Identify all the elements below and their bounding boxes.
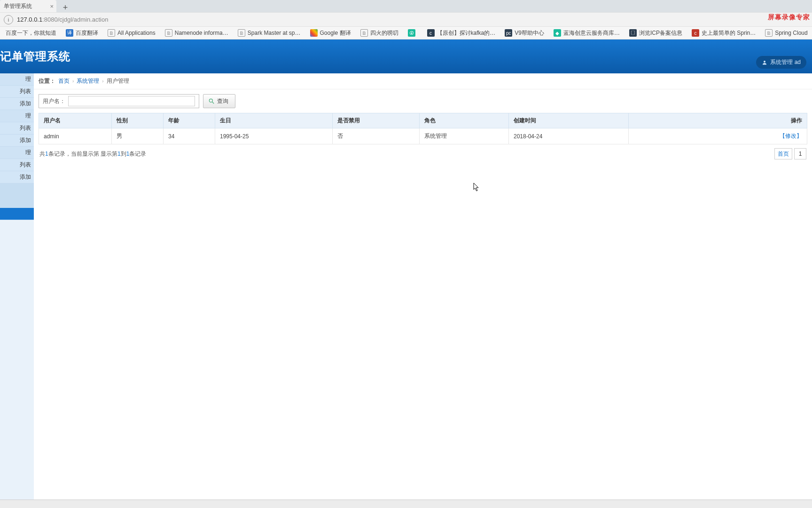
bookmark-favicon-icon: 🗎 (165, 29, 172, 37)
bookmark-item[interactable]: 🗎Spring Cloud (761, 28, 811, 38)
col-birthday: 生日 (215, 113, 333, 128)
bookmark-favicon-icon: 译 (66, 29, 73, 37)
bookmark-label: Spark Master at sp… (248, 30, 301, 36)
username-input[interactable] (68, 96, 195, 106)
breadcrumb-home[interactable]: 首页 (58, 77, 70, 85)
close-icon[interactable]: × (50, 3, 54, 10)
svg-line-2 (212, 102, 214, 104)
browser-tab[interactable]: 单管理系统 × (0, 0, 56, 12)
cell-disabled: 否 (333, 128, 420, 144)
new-tab-button[interactable]: + (59, 3, 71, 12)
sidebar-item[interactable]: 列表 (0, 86, 34, 98)
cell-role: 系统管理 (420, 128, 509, 144)
bookmark-label: 浏览ICP备案信息 (639, 29, 682, 37)
chevron-right-icon: › (102, 79, 103, 84)
cell-gender: 男 (112, 128, 164, 144)
sidebar-item[interactable]: 列表 (0, 159, 34, 171)
user-icon (762, 60, 767, 65)
username-label: 用户名： (43, 97, 65, 105)
col-gender: 性别 (112, 113, 164, 128)
col-username: 用户名 (39, 113, 112, 128)
breadcrumb-prefix: 位置： (39, 77, 55, 85)
url-host: 127.0.0.1 (17, 16, 42, 23)
sidebar: 理列表添加理列表添加理列表添加 (0, 73, 34, 500)
bookmark-item[interactable]: 〔〕浏览ICP备案信息 (625, 28, 686, 39)
bookmark-label: All Applications (117, 30, 156, 36)
bookmark-bar: 百度一下，你就知道译百度翻译🗎All Applications🗎Namenode… (0, 26, 812, 40)
col-role: 角色 (420, 113, 509, 128)
table-row: admin 男 34 1995-04-25 否 系统管理 2018-04-24 … (39, 128, 807, 144)
bookmark-item[interactable]: 🗎四火的唠叨 (357, 28, 402, 39)
user-menu[interactable]: 系统管理 ad (756, 56, 806, 69)
bookmark-item[interactable]: 译百度翻译 (62, 28, 102, 39)
bookmark-label: 史上最简单的 Sprin… (702, 29, 756, 37)
breadcrumb-section[interactable]: 系统管理 (77, 77, 99, 85)
bookmark-favicon-icon: ⦿ (408, 29, 415, 37)
bookmark-favicon-icon: ◆ (554, 29, 561, 37)
bookmark-item[interactable]: 🗎Spark Master at sp… (234, 28, 304, 38)
search-button[interactable]: 查询 (203, 94, 235, 108)
bookmark-favicon-icon: 🗎 (765, 29, 773, 37)
bookmark-item[interactable]: ⦿ (404, 28, 422, 38)
sidebar-group-head[interactable]: 理 (0, 110, 34, 122)
bookmark-favicon-icon: 〔〕 (629, 29, 637, 37)
site-info-icon[interactable]: i (4, 15, 13, 24)
sidebar-item[interactable]: 添加 (0, 135, 34, 147)
bookmark-favicon-icon: c (692, 29, 699, 37)
bookmark-favicon-icon (310, 29, 318, 37)
user-label: 系统管理 ad (770, 58, 801, 66)
cell-created: 2018-04-24 (509, 128, 629, 144)
bookmark-item[interactable]: c史上最简单的 Sprin… (688, 28, 759, 39)
sidebar-group-head[interactable]: 理 (0, 73, 34, 86)
sidebar-spacer (0, 196, 34, 208)
bookmark-label: Google 翻译 (320, 29, 351, 37)
sidebar-spacer (0, 183, 34, 196)
bookmark-item[interactable]: c【原创】探讨kafka的… (423, 28, 500, 39)
bookmark-item[interactable]: 🗎All Applications (104, 28, 159, 38)
screen-recorder-watermark: 屏幕录像专家 (768, 13, 810, 22)
search-icon (208, 98, 215, 104)
bookmark-item[interactable]: ◆蓝海创意云服务商库… (550, 28, 624, 39)
breadcrumb: 位置： 首页 › 系统管理 › 用户管理 (34, 73, 812, 89)
svg-point-1 (209, 99, 212, 102)
sidebar-group-head[interactable]: 理 (0, 147, 34, 159)
bookmark-item[interactable]: pcV9帮助中心 (501, 28, 548, 39)
pager-first[interactable]: 首页 (774, 148, 792, 159)
col-operation: 操作 (629, 113, 807, 128)
bookmark-label: 蓝海创意云服务商库… (563, 29, 620, 37)
bookmark-favicon-icon: pc (505, 29, 512, 37)
bookmark-item[interactable]: 🗎Namenode informa… (161, 28, 232, 38)
bookmark-label: Namenode informa… (175, 30, 228, 36)
bookmark-label: Spring Cloud (775, 30, 807, 36)
breadcrumb-current: 用户管理 (107, 77, 129, 85)
taskbar-strip (0, 500, 812, 508)
edit-link[interactable]: 【修改】 (780, 133, 802, 139)
url-text[interactable]: 127.0.0.1:8080/cjdgl/admin.action (17, 16, 108, 23)
col-created: 创建时间 (509, 113, 629, 128)
browser-tab-bar: 单管理系统 × + (0, 0, 812, 12)
col-disabled: 是否禁用 (333, 113, 420, 128)
main-content: 位置： 首页 › 系统管理 › 用户管理 用户名： 查询 用户名 (34, 73, 812, 500)
bookmark-item[interactable]: 百度一下，你就知道 (2, 28, 60, 39)
cell-birthday: 1995-04-25 (215, 128, 333, 144)
bookmark-label: 四火的唠叨 (370, 29, 398, 37)
sidebar-item[interactable]: 添加 (0, 171, 34, 183)
cell-username: admin (39, 128, 112, 144)
bookmark-item[interactable]: Google 翻译 (306, 28, 355, 39)
pager-page-1[interactable]: 1 (794, 148, 806, 159)
table-footer: 共1条记录，当前显示第 显示第1到1条记录 首页 1 (34, 144, 812, 163)
svg-point-0 (764, 61, 765, 63)
sidebar-item[interactable]: 添加 (0, 98, 34, 110)
search-box: 用户名： (39, 94, 199, 108)
app-header: 记单管理系统 系统管理 ad (0, 40, 812, 73)
bookmark-favicon-icon: c (427, 29, 435, 37)
sidebar-item-active[interactable] (0, 208, 34, 220)
bookmark-favicon-icon: 🗎 (238, 29, 245, 37)
address-bar: i 127.0.0.1:8080/cjdgl/admin.action (0, 12, 812, 26)
url-path: :8080/cjdgl/admin.action (42, 16, 108, 23)
table-header-row: 用户名 性别 年龄 生日 是否禁用 角色 创建时间 操作 (39, 113, 807, 128)
bookmark-label: 百度翻译 (76, 29, 98, 37)
sidebar-item[interactable]: 列表 (0, 122, 34, 135)
chevron-right-icon: › (72, 79, 74, 84)
search-row: 用户名： 查询 (34, 89, 812, 113)
